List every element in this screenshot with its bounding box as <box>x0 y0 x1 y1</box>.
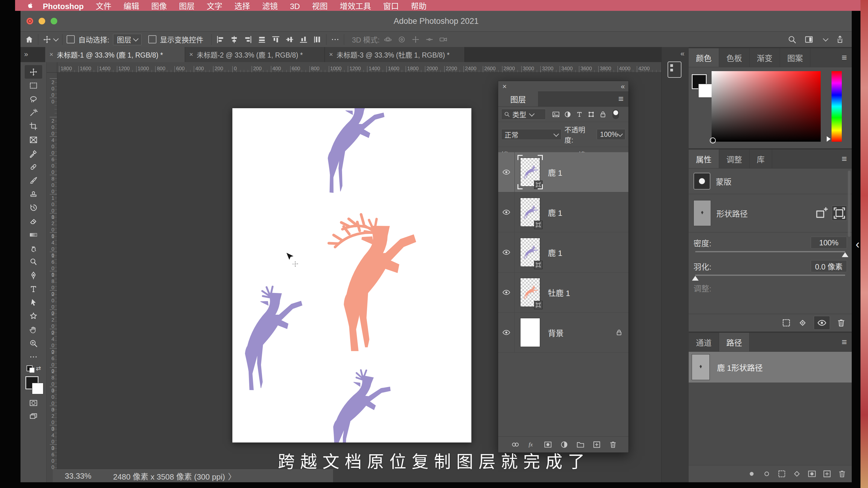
document-tab-1[interactable]: ×未标题-1 @ 33.3% (鹿 1, RGB/8) * <box>45 47 185 62</box>
pen-tool[interactable] <box>25 269 42 282</box>
d-orbit-icon[interactable] <box>383 35 393 44</box>
collapsed-panel-icon[interactable] <box>668 61 681 78</box>
lock-icon[interactable] <box>599 110 607 118</box>
filter-toggle[interactable] <box>613 110 619 119</box>
panel-reveal-arrow-icon[interactable]: ‹ <box>856 238 860 251</box>
a-mv-icon[interactable] <box>285 35 294 44</box>
type-tool[interactable] <box>25 282 42 296</box>
wand-tool[interactable] <box>25 106 42 119</box>
image-icon[interactable] <box>552 110 560 118</box>
layer-thumbnail[interactable] <box>520 158 540 187</box>
menu-item-文件[interactable]: 文件 <box>96 2 112 11</box>
eye-icon[interactable] <box>502 248 511 257</box>
expand-icon[interactable]: » <box>24 50 27 59</box>
a-top-icon[interactable] <box>271 35 280 44</box>
feather-value[interactable]: 0.0 像素 <box>811 260 847 272</box>
tab-图案[interactable]: 图案 <box>780 48 810 67</box>
chevron-down-icon[interactable] <box>823 36 828 41</box>
panel-menu-icon[interactable]: ≡ <box>841 53 847 63</box>
move-tool-icon[interactable] <box>42 35 52 44</box>
horizontal-ruler[interactable]: 1800160014001200100080060040020002004006… <box>57 62 661 73</box>
search-icon[interactable] <box>787 35 797 44</box>
tab-渐变[interactable]: 渐变 <box>749 48 780 67</box>
chevron-down-icon[interactable] <box>53 36 59 41</box>
stamp-tool[interactable] <box>25 187 42 201</box>
d-slide-icon[interactable] <box>425 35 434 44</box>
tab-库[interactable]: 库 <box>749 150 772 168</box>
menu-item-编辑[interactable]: 编辑 <box>124 2 139 11</box>
a-dh-icon[interactable] <box>257 35 267 44</box>
menu-item-滤镜[interactable]: 滤镜 <box>262 2 278 11</box>
layer-thumbnail[interactable] <box>520 238 540 267</box>
close-tab-icon[interactable]: × <box>189 51 193 59</box>
marquee-tool[interactable] <box>25 79 42 92</box>
apple-icon[interactable] <box>27 1 34 9</box>
a-bottom-icon[interactable] <box>299 35 308 44</box>
close-panel-icon[interactable]: × <box>502 82 507 91</box>
show-transform-checkbox[interactable] <box>148 35 156 43</box>
density-slider-handle[interactable] <box>842 252 848 257</box>
parrow-tool[interactable] <box>25 296 42 309</box>
document-tab-2[interactable]: ×未标题-2 @ 33.3% (鹿 1, RGB/8) * <box>185 47 325 62</box>
a-ch-icon[interactable] <box>230 35 239 44</box>
canvas[interactable] <box>232 108 471 443</box>
saturation-brightness-field[interactable] <box>712 71 821 142</box>
layer-thumbnail[interactable] <box>520 318 540 347</box>
close-tab-icon[interactable]: × <box>329 51 333 59</box>
visibility-cell[interactable] <box>498 273 515 312</box>
type-i-icon[interactable] <box>575 110 584 118</box>
tab-颜色[interactable]: 颜色 <box>689 48 719 67</box>
create-shape-layer-icon[interactable] <box>814 206 829 220</box>
adjust-icon[interactable] <box>564 110 572 118</box>
trash-icon[interactable] <box>836 318 846 328</box>
quick-mask-tool[interactable] <box>25 396 42 409</box>
blend-mode-dropdown[interactable]: 正常 <box>501 129 561 140</box>
ruler-origin-corner[interactable] <box>47 62 57 73</box>
eraser-tool[interactable] <box>25 214 42 228</box>
shape-i-icon[interactable] <box>587 110 595 118</box>
d-roll-icon[interactable] <box>397 35 406 44</box>
feather-slider[interactable] <box>695 275 845 276</box>
density-value[interactable]: 100% <box>811 237 847 249</box>
eye-icon[interactable] <box>502 288 511 297</box>
eye-icon[interactable] <box>502 208 511 217</box>
shape-tool[interactable] <box>25 309 42 323</box>
collapse-icon[interactable]: « <box>681 50 684 58</box>
tab-色板[interactable]: 色板 <box>719 48 749 67</box>
workspace-switcher-icon[interactable] <box>804 35 813 44</box>
color-picker-marker[interactable] <box>710 138 716 144</box>
heal-tool[interactable] <box>25 160 42 174</box>
more-options-icon[interactable] <box>331 35 340 44</box>
eyedropper-tool[interactable] <box>25 147 42 160</box>
history-tool[interactable] <box>25 201 42 214</box>
move-tool[interactable] <box>25 65 42 79</box>
path-list-item[interactable]: 鹿 1形状路径 <box>689 352 852 383</box>
visibility-cell[interactable] <box>498 192 515 232</box>
smudge-tool[interactable] <box>25 241 42 255</box>
zoom-level[interactable]: 33.33% <box>65 471 91 481</box>
dotted-icon[interactable] <box>781 318 792 328</box>
menu-item-选择[interactable]: 选择 <box>235 2 250 11</box>
visibility-cell[interactable] <box>498 152 515 192</box>
background-color-swatch[interactable] <box>698 84 712 98</box>
layer-row-4[interactable]: 牡鹿 1 <box>498 273 628 312</box>
hand-tool[interactable] <box>25 323 42 336</box>
dodge-tool[interactable] <box>25 255 42 269</box>
home-icon[interactable] <box>25 35 34 44</box>
hue-strip[interactable] <box>832 71 842 142</box>
d-pan-icon[interactable] <box>411 35 420 44</box>
shape-path-thumbnail[interactable] <box>693 200 711 226</box>
density-slider[interactable] <box>695 251 845 252</box>
collapse-panel-icon[interactable]: « <box>621 82 624 91</box>
a-right-icon[interactable] <box>244 35 253 44</box>
screen-mode-tool[interactable] <box>25 409 42 423</box>
menu-item-图层[interactable]: 图层 <box>179 2 195 11</box>
opacity-dropdown[interactable]: 100% <box>597 129 625 140</box>
diamond-icon[interactable] <box>798 318 808 328</box>
layer-row-5[interactable]: 背景 <box>498 312 628 353</box>
visibility-cell[interactable] <box>498 312 515 353</box>
feather-slider-handle[interactable] <box>692 276 699 281</box>
close-tab-icon[interactable]: × <box>50 51 53 59</box>
a-dv-icon[interactable] <box>313 35 322 44</box>
tab-调整[interactable]: 调整 <box>719 150 749 168</box>
